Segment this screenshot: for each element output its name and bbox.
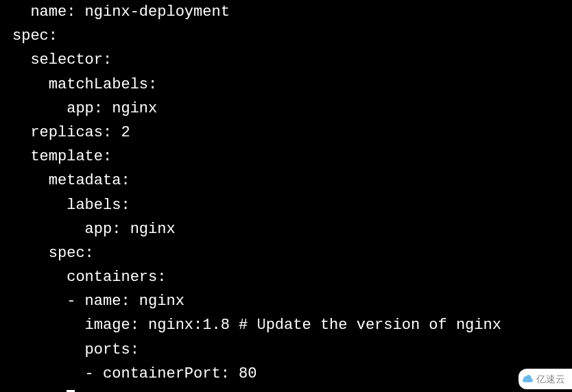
code-line: spec: — [12, 27, 58, 45]
code-line: template: — [12, 148, 112, 165]
code-line: matchLabels: — [12, 76, 157, 93]
watermark-text: 亿速云 — [536, 371, 565, 387]
code-line: - name: nginx — [12, 293, 184, 310]
code-line: app: nginx — [12, 221, 176, 238]
code-line: app: nginx — [12, 100, 157, 117]
code-line: replicas: 2 — [12, 124, 130, 141]
code-line: containers: — [12, 269, 166, 286]
code-line: metadata: — [12, 172, 130, 189]
code-line: ports: — [12, 341, 139, 358]
cloud-icon — [523, 375, 534, 383]
text-cursor-icon: U — [257, 313, 265, 337]
code-block: name: nginx-deployment spec: selector: m… — [12, 0, 572, 392]
watermark-badge: 亿速云 — [519, 369, 572, 389]
code-line: - containerPort: 80 — [12, 365, 257, 382]
code-line-with-cursor: image: nginx:1.8 # Update the version of… — [12, 317, 501, 334]
code-line: name: nginx-deployment — [12, 3, 230, 21]
code-line: spec: — [12, 245, 94, 262]
code-line: selector: — [12, 51, 112, 69]
code-line: labels: — [12, 197, 130, 214]
